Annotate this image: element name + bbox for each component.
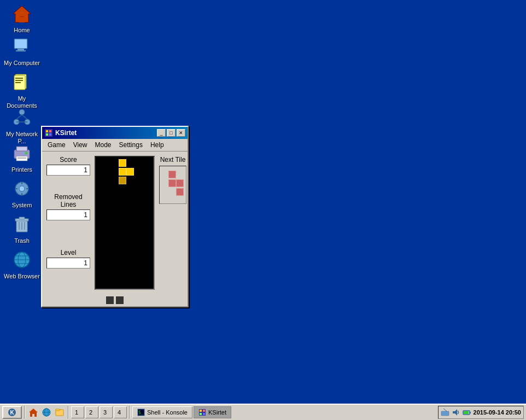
svg-rect-61 <box>203 413 205 415</box>
removed-lines-value: 1 <box>46 209 90 220</box>
svg-rect-24 <box>17 158 26 159</box>
printers-label: Printers <box>11 166 32 173</box>
battery-icon <box>463 408 471 417</box>
web-browser-label: Web Browser <box>4 273 40 280</box>
footer-block-1 <box>106 296 114 304</box>
taskbar-desktop-3[interactable]: 3 <box>100 406 113 418</box>
quick-launch-browser[interactable] <box>40 406 52 418</box>
score-label: Score <box>46 156 90 164</box>
svg-rect-21 <box>16 147 27 151</box>
score-value: 1 <box>46 165 90 176</box>
svg-rect-67 <box>464 411 469 414</box>
svg-rect-45 <box>46 133 48 136</box>
next-piece-cell <box>168 171 176 178</box>
taskbar: K 1 2 3 4 $_ <box>0 404 526 420</box>
svg-line-18 <box>22 115 27 119</box>
svg-rect-1 <box>19 17 25 22</box>
quick-home-icon <box>28 407 38 417</box>
system-tray: 2015-09-14 20:50 <box>438 406 524 419</box>
quick-launch-home[interactable] <box>27 406 39 418</box>
taskbar-divider-1 <box>24 406 25 419</box>
piece-cell <box>126 168 134 176</box>
desktop-icon-web-browser[interactable]: Web Browser <box>3 249 41 280</box>
konsole-icon: $_ <box>137 409 145 416</box>
svg-rect-23 <box>25 152 27 154</box>
removed-lines-label: Removed Lines <box>46 193 90 208</box>
next-tile-box <box>159 166 186 204</box>
svg-rect-43 <box>46 130 48 132</box>
piece-cell <box>119 159 126 167</box>
desktop-icon-system[interactable]: System <box>3 178 41 209</box>
svg-line-63 <box>443 409 447 411</box>
svg-rect-11 <box>15 78 23 79</box>
network-status-icon <box>441 408 449 417</box>
quick-launch-files[interactable] <box>54 406 66 418</box>
desktop-icon-my-computer[interactable]: My Computer <box>3 36 41 67</box>
volume-tray-icon <box>452 408 460 417</box>
svg-line-17 <box>16 115 22 119</box>
desktop-icon-home[interactable]: Home <box>3 3 41 34</box>
window-icon <box>44 129 53 137</box>
next-piece-cell <box>176 188 184 196</box>
browser-icon <box>11 249 33 271</box>
ksirtet-taskbar-label: KSirtet <box>208 409 226 416</box>
svg-rect-59 <box>203 410 205 412</box>
taskbar-divider-2 <box>68 406 69 419</box>
window-content: Score 1 Removed Lines 1 Level 1 Next T <box>42 151 188 294</box>
svg-rect-46 <box>49 133 51 136</box>
window-title: KSirtet <box>55 129 77 137</box>
svg-rect-5 <box>16 50 26 51</box>
network-tray-icon <box>441 408 449 417</box>
quick-files-icon <box>55 407 65 417</box>
taskbar-divider-3 <box>129 406 130 419</box>
taskbar-desktop-1[interactable]: 1 <box>71 406 84 418</box>
next-piece-cell <box>168 179 176 187</box>
score-section: Score 1 <box>46 156 90 176</box>
taskbar-desktop-2[interactable]: 2 <box>85 406 98 418</box>
desktop-icon-my-network[interactable]: My Network P... <box>3 107 41 145</box>
menu-settings[interactable]: Settings <box>116 140 146 150</box>
svg-rect-60 <box>200 413 202 415</box>
menu-mode[interactable]: Mode <box>91 140 114 150</box>
svg-marker-64 <box>453 409 457 416</box>
menu-view[interactable]: View <box>70 140 91 150</box>
menu-help[interactable]: Help <box>147 140 167 150</box>
printers-icon <box>11 142 33 164</box>
svg-rect-58 <box>200 410 202 412</box>
konsole-label: Shell - Konsole <box>147 409 188 416</box>
system-icon <box>11 178 33 200</box>
right-panel: Next Tile <box>159 156 186 290</box>
desktop-icon-printers[interactable]: Printers <box>3 142 41 173</box>
maximize-button[interactable]: □ <box>167 129 176 137</box>
piece-cell <box>119 168 126 176</box>
svg-marker-49 <box>29 409 38 417</box>
level-value: 1 <box>46 258 90 269</box>
level-label: Level <box>46 249 90 256</box>
footer-block-2 <box>116 296 124 304</box>
kde-icon: K <box>8 408 16 417</box>
window-footer <box>42 294 188 306</box>
svg-rect-3 <box>15 39 27 48</box>
close-button[interactable]: ✕ <box>177 129 185 137</box>
quick-browser-icon <box>42 407 51 417</box>
ksirtet-taskbar-icon <box>198 409 206 416</box>
next-piece-cell <box>176 179 184 187</box>
menu-game[interactable]: Game <box>44 140 69 150</box>
svg-rect-33 <box>19 217 25 219</box>
desktop-icon-my-documents[interactable]: My Documents <box>3 71 41 109</box>
minimize-button[interactable]: _ <box>157 129 166 137</box>
taskbar-konsole-tab[interactable]: $_ Shell - Konsole <box>132 406 192 418</box>
taskbar-ksirtet-tab[interactable]: KSirtet <box>194 406 231 418</box>
desktop-3-label: 3 <box>103 409 107 416</box>
svg-rect-13 <box>15 82 21 83</box>
ksirtet-window: KSirtet _ □ ✕ Game View Mode Settings He… <box>41 126 189 307</box>
taskbar-desktop-4[interactable]: 4 <box>114 406 127 418</box>
home-label: Home <box>14 27 30 34</box>
network-icon <box>11 107 33 129</box>
window-titlebar[interactable]: KSirtet _ □ ✕ <box>42 127 188 139</box>
svg-point-14 <box>19 109 25 115</box>
trash-icon <box>11 213 33 235</box>
start-button[interactable]: K <box>2 406 22 419</box>
desktop-icon-trash[interactable]: Trash <box>3 213 41 244</box>
level-section: Level 1 <box>46 249 90 269</box>
